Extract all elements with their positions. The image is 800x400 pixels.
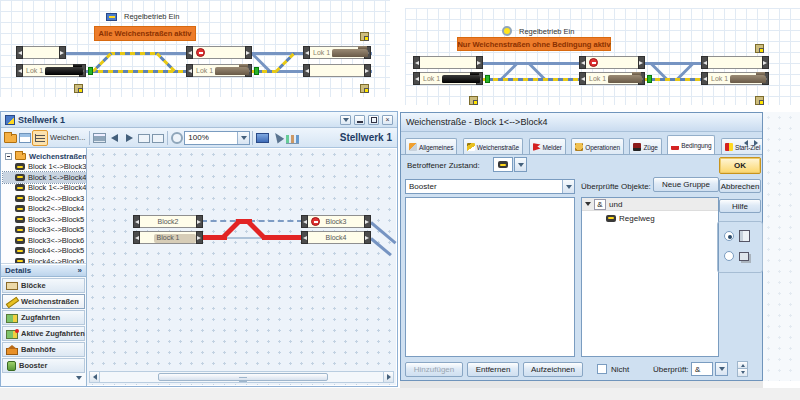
collapse-expander-icon[interactable] [5,153,12,160]
block-element[interactable]: Lok 1 [16,64,86,77]
tree-root[interactable]: Weichenstraßen [3,151,86,162]
state-icon-dropdown-button[interactable] [514,157,527,172]
help-button[interactable]: Hilfe [719,199,761,213]
stellwerk-titlebar[interactable]: Stellwerk 1 × [1,112,397,128]
close-button[interactable]: × [382,115,393,125]
block-element[interactable]: Block3 [301,215,371,228]
tree-item-selected[interactable]: Block 1<->Block4 [3,172,86,183]
signal-icon[interactable] [469,96,478,105]
tree-item[interactable]: Block2<->Block3 [3,193,86,204]
block-element[interactable] [186,46,252,59]
count-spinner[interactable] [737,361,748,377]
tab-zuege[interactable]: Züge [629,138,661,155]
tree-item[interactable]: Block3<->Block6 [3,235,86,246]
tree-view-icon-selected[interactable] [32,130,48,146]
block-element[interactable] [579,56,645,69]
tree-item[interactable]: Block2<->Block4 [3,204,86,215]
signal-icon[interactable] [755,96,764,105]
tree-item[interactable]: Block4<->Block6 [3,256,86,264]
block-element[interactable] [701,56,769,69]
tab-weichenstrasse[interactable]: Weichenstraße [463,138,523,155]
multi-view-radio[interactable] [724,251,734,261]
window-menu-button[interactable] [340,115,351,125]
scroll-right-button[interactable] [383,372,393,382]
zoom-combobox[interactable]: 100% [184,131,250,145]
block-element[interactable] [16,46,66,59]
signal-icon[interactable] [74,84,83,93]
view-mode-icon[interactable] [138,134,150,143]
block-element[interactable]: Block2 [133,215,203,228]
details-header[interactable]: Details » [1,264,86,277]
record-button[interactable]: Aufzeichnen [523,362,583,377]
forward-icon[interactable] [123,132,136,144]
print-icon[interactable] [93,133,106,143]
not-checkbox[interactable] [597,364,607,374]
operator-dropdown-button[interactable] [715,362,728,376]
statistics-icon[interactable] [286,133,299,144]
tab-operationen[interactable]: Operationen [571,138,624,155]
block-element[interactable]: Lok 1 [413,72,483,85]
sidebar-item-aktive-zugfahrten[interactable]: Aktive Zugfahrten [2,326,85,341]
ok-button[interactable]: OK [719,157,761,174]
dialog-titlebar[interactable]: Weichenstraße - Block 1<-->Block4 [401,113,762,132]
sidebar-item-bloecke[interactable]: Blöcke [2,278,85,293]
block-element[interactable]: Lok 1 [303,46,371,59]
block-element[interactable] [303,64,371,77]
condition-tree[interactable]: & und Regelweg [581,197,719,357]
tree-item[interactable]: Block4<->Block5 [3,246,86,257]
sidebar-item-zugfahrten[interactable]: Zugfahrten [2,310,85,325]
block-element[interactable]: Lok 1 [579,72,645,85]
switch-diagonal[interactable] [370,237,392,256]
tree-item[interactable]: Block 1<->Block4 [3,183,86,194]
more-items-icon[interactable] [76,376,82,380]
operator-combobox[interactable]: & [691,362,713,376]
operator-row[interactable]: & und [582,198,718,211]
view-mode2-icon[interactable] [152,134,164,143]
block-element[interactable]: Lok 1 [701,72,769,85]
cancel-button[interactable]: Abbrechen [719,179,761,193]
tab-melder[interactable]: Melder [529,138,566,155]
block-element[interactable]: Block 1 [133,231,203,244]
sidebar-item-weichenstrassen[interactable]: Weichenstraßen [2,294,85,309]
tab-scroll-left-icon[interactable] [744,140,748,146]
tree-item[interactable]: Block3<->Block5 [3,225,86,236]
block-element[interactable]: Block4 [301,231,371,244]
signal-icon[interactable] [360,32,369,41]
horizontal-scrollbar[interactable] [89,371,394,383]
scroll-left-button[interactable] [90,372,100,382]
single-view-radio[interactable] [724,231,734,241]
tab-allgemeines[interactable]: Allgemeines [405,138,457,155]
state-dropdown-button[interactable] [562,180,574,193]
back-icon[interactable] [108,132,121,144]
spinner-up-button[interactable] [737,361,748,369]
stellwerk-canvas[interactable]: Block2 Block3 Block 1 Block4 [87,148,397,386]
state-combobox[interactable]: Booster [405,179,575,194]
minimize-button[interactable] [354,115,365,125]
block-element[interactable] [413,56,483,69]
tree-item[interactable]: Block3<->Block5 [3,214,86,225]
maximize-button[interactable] [368,115,379,125]
scrollbar-thumb[interactable] [158,373,328,381]
inspect-icon[interactable] [171,132,183,144]
spinner-down-button[interactable] [737,369,748,377]
sidebar-item-booster[interactable]: Booster [2,358,85,373]
left-pane-tab-label[interactable]: Weichen... [50,133,85,142]
open-folder-icon[interactable] [4,134,17,143]
edit-mode-icon[interactable] [256,133,269,143]
signal-icon[interactable] [360,84,369,93]
regelbetrieb-lamp-icon[interactable] [502,26,512,36]
panel-view-icon[interactable] [19,133,31,143]
collapse-pane-icon[interactable]: » [78,266,82,275]
pointer-icon[interactable] [271,132,284,144]
new-group-button[interactable]: Neue Gruppe [653,177,719,192]
tree-item[interactable]: Block 1<->Block3 [3,162,86,173]
expanded-icon[interactable] [585,202,591,206]
sidebar-item-bahnhoefe[interactable]: Bahnhöfe [2,342,85,357]
zoom-dropdown-button[interactable] [237,132,249,144]
state-icon-box[interactable] [493,157,513,172]
remove-button[interactable]: Entfernen [467,362,519,377]
signal-icon[interactable] [755,44,764,53]
block-element[interactable]: Lok 1 [186,64,252,77]
regelbetrieb-toggle-icon[interactable] [106,13,117,21]
tab-bedingung-active[interactable]: Bedingung [667,135,715,155]
